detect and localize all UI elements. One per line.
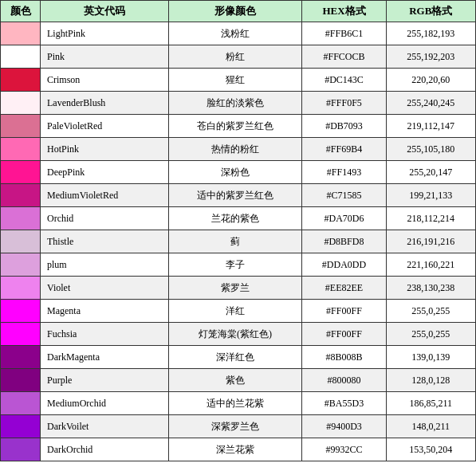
table-row: HotPink热情的粉红#FF69B4255,105,180	[1, 138, 476, 161]
color-rgb: 128,0,128	[386, 369, 475, 392]
color-description: 紫罗兰	[168, 277, 302, 300]
table-row: Thistle蓟#D8BFD8216,191,216	[1, 230, 476, 253]
color-english-name: Thistle	[41, 230, 169, 253]
color-swatch	[1, 138, 40, 160]
color-swatch-cell	[1, 300, 41, 323]
color-rgb: 139,0,139	[386, 346, 475, 369]
color-english-name: LavenderBlush	[41, 92, 169, 115]
color-description: 深紫罗兰色	[168, 415, 302, 438]
color-swatch-cell	[1, 415, 41, 438]
color-swatch-cell	[1, 22, 41, 45]
color-swatch	[1, 415, 40, 438]
color-description: 脸红的淡紫色	[168, 92, 302, 115]
color-hex: #FFB6C1	[302, 22, 386, 45]
color-swatch-cell	[1, 346, 41, 369]
color-description: 兰花的紫色	[168, 207, 302, 230]
color-swatch-cell	[1, 438, 41, 461]
color-swatch	[1, 392, 40, 414]
table-row: DeepPink深粉色#FF1493255,20,147	[1, 161, 476, 184]
table-row: LavenderBlush脸红的淡紫色#FFF0F5255,240,245	[1, 92, 476, 115]
color-hex: #8B008B	[302, 346, 386, 369]
table-row: LightPink浅粉红#FFB6C1255,182,193	[1, 22, 476, 45]
color-english-name: plum	[41, 253, 169, 277]
color-description: 洋红	[168, 300, 302, 323]
color-description: 深粉色	[168, 161, 302, 184]
color-swatch-cell	[1, 92, 41, 115]
color-hex: #BA55D3	[302, 392, 386, 415]
color-rgb: 219,112,147	[386, 115, 475, 138]
color-rgb: 255,0,255	[386, 323, 475, 346]
color-hex: #FF69B4	[302, 138, 386, 161]
color-hex: #FF00FF	[302, 323, 386, 346]
color-swatch	[1, 207, 40, 230]
color-hex: #DB7093	[302, 115, 386, 138]
color-swatch-cell	[1, 184, 41, 207]
color-english-name: Violet	[41, 277, 169, 300]
color-rgb: 255,105,180	[386, 138, 475, 161]
color-rgb: 238,130,238	[386, 277, 475, 300]
color-table: 颜色英文代码形像颜色HEX格式RGB格式 LightPink浅粉红#FFB6C1…	[0, 0, 476, 461]
color-swatch-cell	[1, 207, 41, 230]
color-rgb: 216,191,216	[386, 230, 475, 253]
color-swatch-cell	[1, 230, 41, 253]
table-row: Crimson猩红#DC143C220,20,60	[1, 69, 476, 92]
color-hex: #DDA0DD	[302, 253, 386, 277]
color-swatch-cell	[1, 253, 41, 277]
color-english-name: DarkVoilet	[41, 415, 169, 438]
color-swatch	[1, 184, 40, 206]
color-english-name: PaleVioletRed	[41, 115, 169, 138]
color-swatch	[1, 92, 40, 114]
color-swatch-cell	[1, 45, 41, 69]
color-description: 苍白的紫罗兰红色	[168, 115, 302, 138]
table-row: Orchid兰花的紫色#DA70D6218,112,214	[1, 207, 476, 230]
color-description: 适中的紫罗兰红色	[168, 184, 302, 207]
color-rgb: 255,0,255	[386, 300, 475, 323]
color-rgb: 218,112,214	[386, 207, 475, 230]
table-row: PaleVioletRed苍白的紫罗兰红色#DB7093219,112,147	[1, 115, 476, 138]
color-swatch	[1, 323, 40, 345]
color-rgb: 186,85,211	[386, 392, 475, 415]
color-swatch-cell	[1, 115, 41, 138]
color-rgb: 220,20,60	[386, 69, 475, 92]
color-english-name: Magenta	[41, 300, 169, 323]
color-description: 热情的粉红	[168, 138, 302, 161]
table-row: plum李子#DDA0DD221,160,221	[1, 253, 476, 277]
color-swatch-cell	[1, 69, 41, 92]
color-swatch	[1, 438, 40, 461]
color-hex: #EE82EE	[302, 277, 386, 300]
color-rgb: 221,160,221	[386, 253, 475, 277]
color-swatch	[1, 22, 40, 45]
color-english-name: Purple	[41, 369, 169, 392]
color-hex: #FF00FF	[302, 300, 386, 323]
color-hex: #D8BFD8	[302, 230, 386, 253]
color-hex: #FFCOCB	[302, 45, 386, 69]
table-row: Fuchsia灯笼海棠(紫红色)#FF00FF255,0,255	[1, 323, 476, 346]
color-english-name: Crimson	[41, 69, 169, 92]
color-english-name: LightPink	[41, 22, 169, 45]
color-english-name: MediumVioletRed	[41, 184, 169, 207]
color-english-name: DarkOrchid	[41, 438, 169, 461]
color-swatch	[1, 300, 40, 322]
column-header: HEX格式	[302, 1, 386, 22]
color-hex: #9932CC	[302, 438, 386, 461]
color-description: 李子	[168, 253, 302, 277]
color-swatch-cell	[1, 392, 41, 415]
color-english-name: MediumOrchid	[41, 392, 169, 415]
color-description: 粉红	[168, 45, 302, 69]
color-description: 猩红	[168, 69, 302, 92]
color-english-name: Orchid	[41, 207, 169, 230]
color-rgb: 153,50,204	[386, 438, 475, 461]
color-description: 适中的兰花紫	[168, 392, 302, 415]
color-hex: #9400D3	[302, 415, 386, 438]
table-row: MediumVioletRed适中的紫罗兰红色#C71585199,21,133	[1, 184, 476, 207]
color-description: 深兰花紫	[168, 438, 302, 461]
color-swatch	[1, 69, 40, 91]
column-header: 英文代码	[41, 1, 169, 22]
color-description: 浅粉红	[168, 22, 302, 45]
color-swatch-cell	[1, 277, 41, 300]
color-swatch	[1, 115, 40, 137]
color-description: 深洋红色	[168, 346, 302, 369]
color-description: 蓟	[168, 230, 302, 253]
color-english-name: Fuchsia	[41, 323, 169, 346]
column-header: 形像颜色	[168, 1, 302, 22]
